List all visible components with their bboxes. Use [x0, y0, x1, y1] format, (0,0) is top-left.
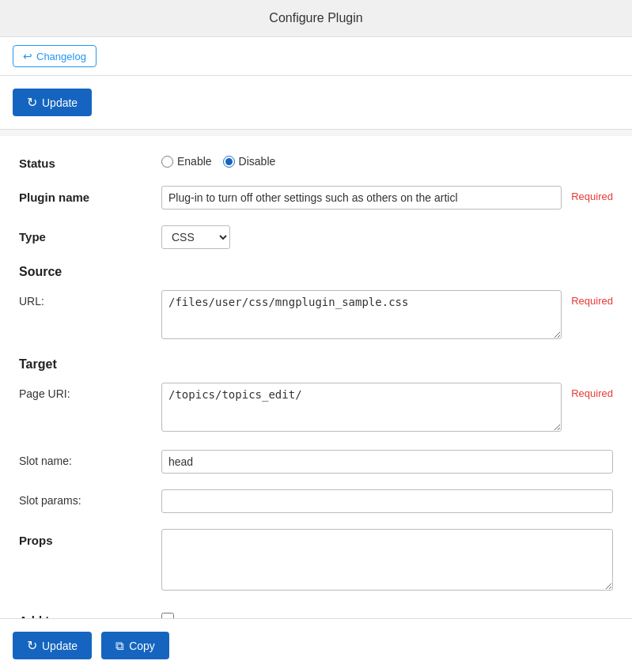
slot-params-control: [161, 489, 613, 513]
copy-button[interactable]: Copy: [101, 632, 169, 659]
type-select[interactable]: CSS JS: [161, 225, 230, 249]
url-row: URL: /files/user/css/mngplugin_sample.cs…: [19, 290, 613, 342]
enable-radio-text: Enable: [177, 155, 212, 168]
toolbar-bar: Changelog: [0, 37, 632, 76]
slot-name-control: [161, 450, 613, 474]
props-row: Props: [19, 529, 613, 593]
source-section: Source URL: /files/user/css/mngplugin_sa…: [19, 265, 613, 342]
plugin-name-label: Plugin name: [19, 186, 161, 204]
props-label: Props: [19, 529, 161, 547]
target-section: Target Page URI: /topics/topics_edit/ Re…: [19, 357, 613, 513]
slot-params-input[interactable]: [161, 489, 613, 513]
target-section-label: Target: [19, 357, 613, 372]
props-textarea[interactable]: [161, 529, 613, 591]
bottom-update-button[interactable]: Update: [13, 632, 92, 659]
type-row: Type CSS JS: [19, 225, 613, 249]
enable-radio-label[interactable]: Enable: [161, 155, 212, 168]
plugin-name-input[interactable]: [161, 186, 562, 210]
page-uri-row: Page URI: /topics/topics_edit/ Required: [19, 383, 613, 434]
undo-icon: [23, 50, 32, 62]
page-uri-textarea[interactable]: /topics/topics_edit/: [161, 383, 562, 432]
slot-name-label: Slot name:: [19, 450, 161, 467]
slot-name-input[interactable]: [161, 450, 613, 474]
plugin-name-required: Required: [571, 186, 613, 202]
page-uri-control: /topics/topics_edit/: [161, 383, 562, 434]
slot-name-row: Slot name:: [19, 450, 613, 474]
main-form: Status Enable Disable Plugin name Requir…: [0, 136, 632, 659]
type-label: Type: [19, 225, 161, 244]
status-label: Status: [19, 152, 161, 170]
page-uri-label: Page URI:: [19, 383, 161, 400]
changelog-label: Changelog: [36, 51, 86, 62]
slot-params-row: Slot params:: [19, 489, 613, 513]
bottom-bar: Update Copy: [0, 618, 632, 672]
status-row: Status Enable Disable: [19, 152, 613, 170]
disable-radio-label[interactable]: Disable: [223, 155, 276, 168]
refresh-icon: [27, 95, 37, 110]
page-title: Configure Plugin: [0, 11, 632, 25]
top-update-label: Update: [42, 96, 78, 109]
bottom-update-label: Update: [42, 640, 78, 652]
copy-icon: [115, 639, 124, 653]
plugin-name-row: Plugin name Required: [19, 186, 613, 210]
page-header: Configure Plugin: [0, 0, 632, 37]
url-required: Required: [571, 290, 613, 307]
props-control: [161, 529, 613, 593]
disable-radio-text: Disable: [239, 155, 276, 168]
source-section-label: Source: [19, 265, 613, 279]
type-control: CSS JS: [161, 225, 613, 249]
update-bar: Update: [0, 76, 632, 130]
url-textarea[interactable]: /files/user/css/mngplugin_sample.css: [161, 290, 562, 339]
changelog-button[interactable]: Changelog: [13, 45, 97, 67]
plugin-name-control: [161, 186, 562, 210]
disable-radio[interactable]: [223, 156, 235, 168]
copy-label: Copy: [129, 640, 155, 652]
url-control: /files/user/css/mngplugin_sample.css: [161, 290, 562, 342]
status-radio-group: Enable Disable: [161, 152, 613, 168]
top-update-button[interactable]: Update: [13, 89, 92, 116]
bottom-refresh-icon: [27, 638, 37, 653]
url-label: URL:: [19, 290, 161, 308]
page-uri-required: Required: [571, 383, 613, 399]
enable-radio[interactable]: [161, 156, 173, 168]
slot-params-label: Slot params:: [19, 489, 161, 507]
